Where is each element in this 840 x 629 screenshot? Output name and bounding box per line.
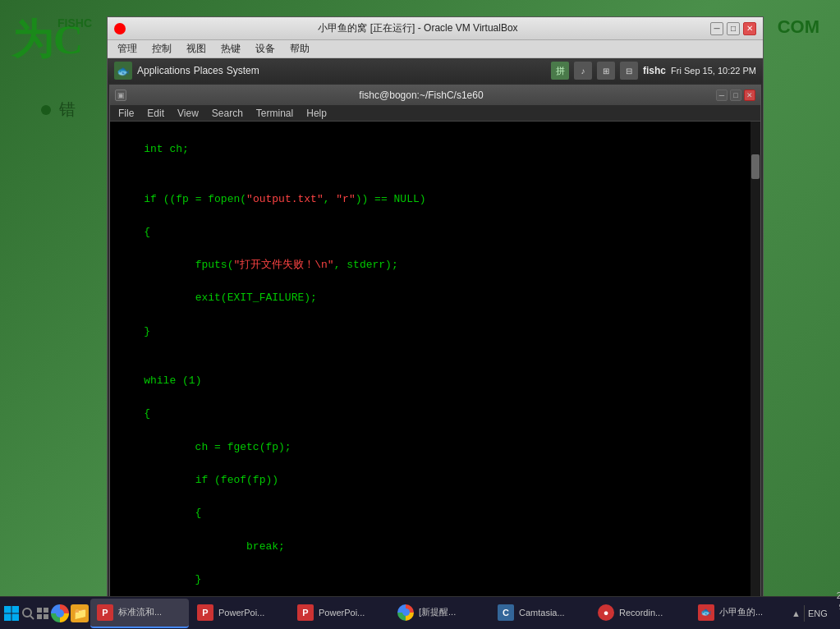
code-line-11: ch = fgetc(fp); bbox=[118, 439, 742, 456]
gnome-applet-icon: 🐟 bbox=[114, 62, 132, 80]
taskbar-time: 22:22 bbox=[834, 590, 840, 601]
svg-rect-0 bbox=[4, 606, 11, 613]
terminal-controls-right: ─ □ ✕ bbox=[716, 90, 755, 101]
terminal-minimize-btn[interactable]: ─ bbox=[716, 90, 728, 101]
code-area: int ch; if ((fp = fopen("output.txt", "r… bbox=[110, 122, 760, 629]
taskbar-app-icon-7: 🐟 bbox=[698, 604, 714, 621]
svg-rect-8 bbox=[37, 614, 42, 619]
gnome-datetime: Fri Sep 15, 10:22 PM bbox=[671, 66, 756, 76]
taskbar-app-4[interactable]: [新提醒... bbox=[391, 599, 489, 628]
terminal-icon-btn: ▣ bbox=[115, 90, 126, 101]
taskbar-tray-icons: ▲ ENG bbox=[792, 605, 828, 622]
taskbar-taskview-icon[interactable] bbox=[36, 599, 49, 628]
terminal-maximize-btn[interactable]: □ bbox=[730, 90, 741, 101]
taskbar-app-label-2: PowerPoi... bbox=[218, 608, 264, 618]
logo-fishc-text: FISHC bbox=[57, 16, 92, 30]
taskbar-chrome-icon[interactable] bbox=[51, 599, 69, 628]
gnome-apps-applications[interactable]: Applications bbox=[137, 65, 190, 76]
vbox-menu-help[interactable]: 帮助 bbox=[283, 40, 316, 57]
taskbar-separator bbox=[804, 605, 805, 622]
code-line-15: } bbox=[118, 572, 742, 588]
vbox-menu-hotkey[interactable]: 热键 bbox=[214, 40, 247, 57]
virtualbox-window: 小甲鱼的窝 [正在运行] - Oracle VM VirtualBox ─ □ … bbox=[107, 16, 764, 629]
terminal-menubar: File Edit View Search Terminal Help bbox=[110, 105, 760, 122]
windows-taskbar: 📁 P 标准流和... P PowerPoi... P PowerPoi... … bbox=[0, 596, 840, 629]
taskbar-lang-indicator[interactable]: ENG bbox=[808, 608, 828, 618]
taskbar-app-1[interactable]: P 标准流和... bbox=[90, 599, 189, 628]
terminal-menu-file[interactable]: File bbox=[113, 108, 139, 119]
terminal-window: ▣ fishc@bogon:~/FishC/s1e60 ─ □ ✕ File E… bbox=[109, 85, 761, 629]
gnome-spell-icon: 拼 bbox=[551, 62, 569, 80]
gnome-apps-places[interactable]: Places bbox=[194, 65, 223, 76]
taskbar-app-icon-6: ● bbox=[598, 604, 614, 621]
taskbar-app-icon-3: P bbox=[297, 604, 314, 621]
taskbar-system-tray: ▲ ENG 22:22 9/15, 星期五 bbox=[792, 590, 840, 629]
gnome-apps-system[interactable]: System bbox=[227, 65, 259, 76]
taskbar-explorer-icon[interactable]: 📁 bbox=[71, 599, 89, 628]
gnome-network-icon2: ⊟ bbox=[620, 62, 638, 80]
code-line-4: { bbox=[118, 224, 742, 241]
desktop-bullet-item: 错 bbox=[41, 99, 76, 121]
code-line-12: if (feof(fp)) bbox=[118, 472, 742, 489]
code-line-1: int ch; bbox=[118, 141, 742, 158]
terminal-menu-search[interactable]: Search bbox=[207, 108, 248, 119]
gnome-network-icon1: ⊞ bbox=[597, 62, 615, 80]
terminal-close-btn[interactable]: ✕ bbox=[744, 90, 755, 101]
vbox-titlebar: 小甲鱼的窝 [正在运行] - Oracle VM VirtualBox ─ □ … bbox=[108, 17, 763, 40]
vbox-menu-view[interactable]: 视图 bbox=[180, 40, 213, 57]
terminal-menu-edit[interactable]: Edit bbox=[142, 108, 169, 119]
code-scrollbar[interactable] bbox=[750, 122, 760, 629]
taskbar-date: 9/15, 星期五 bbox=[834, 601, 840, 629]
taskbar-app-chrome-icon bbox=[397, 604, 414, 621]
vbox-menu-devices[interactable]: 设备 bbox=[249, 40, 282, 57]
svg-rect-6 bbox=[37, 608, 42, 613]
vbox-close-button[interactable]: ✕ bbox=[743, 22, 756, 35]
svg-rect-1 bbox=[12, 606, 20, 613]
taskbar-app-label-4: [新提醒... bbox=[419, 606, 456, 618]
vbox-app-icon bbox=[114, 23, 126, 34]
gnome-sound-icon: ♪ bbox=[574, 62, 592, 80]
vbox-maximize-button[interactable]: □ bbox=[727, 22, 740, 35]
svg-line-5 bbox=[30, 616, 34, 619]
code-line-5: fputs("打开文件失败！\n", stderr); bbox=[118, 257, 742, 273]
svg-rect-7 bbox=[44, 608, 48, 613]
svg-rect-3 bbox=[12, 613, 20, 621]
taskbar-app-7[interactable]: 🐟 小甲鱼的... bbox=[691, 599, 790, 628]
desktop-com-text: COM bbox=[778, 16, 819, 38]
svg-rect-9 bbox=[44, 614, 48, 619]
terminal-menu-terminal[interactable]: Terminal bbox=[251, 108, 298, 119]
gnome-bar: 🐟 Applications Places System 拼 ♪ ⊞ ⊟ fis… bbox=[108, 58, 763, 83]
taskbar-app-label-6: Recordin... bbox=[619, 608, 663, 618]
svg-rect-2 bbox=[4, 613, 11, 621]
terminal-title-text: fishc@bogon:~/FishC/s1e60 bbox=[126, 90, 716, 101]
taskbar-app-3[interactable]: P PowerPoi... bbox=[291, 599, 389, 628]
vbox-menu-manage[interactable]: 管理 bbox=[111, 40, 144, 57]
code-content[interactable]: int ch; if ((fp = fopen("output.txt", "r… bbox=[110, 122, 750, 629]
taskbar-clock[interactable]: 22:22 9/15, 星期五 bbox=[834, 590, 840, 629]
code-line-6: exit(EXIT_FAILURE); bbox=[118, 290, 742, 306]
taskbar-app-2[interactable]: P PowerPoi... bbox=[190, 599, 289, 628]
vbox-menu-control[interactable]: 控制 bbox=[145, 40, 178, 57]
terminal-menu-view[interactable]: View bbox=[172, 108, 204, 119]
code-line-10: { bbox=[118, 406, 742, 422]
scrollbar-thumb[interactable] bbox=[751, 154, 760, 179]
bullet-text: 错 bbox=[59, 99, 76, 121]
code-line-7: } bbox=[118, 324, 742, 340]
terminal-window-controls: ▣ bbox=[115, 90, 126, 101]
taskview-icon bbox=[36, 607, 49, 620]
start-button[interactable] bbox=[3, 599, 20, 628]
gnome-apps-menu: Applications Places System bbox=[137, 65, 259, 76]
vbox-minimize-button[interactable]: ─ bbox=[710, 22, 723, 35]
terminal-menu-help[interactable]: Help bbox=[301, 108, 332, 119]
taskbar-app-icon-5: C bbox=[498, 604, 514, 621]
taskbar-app-icon-1: P bbox=[97, 604, 113, 621]
svg-point-4 bbox=[23, 608, 31, 617]
taskbar-app-5[interactable]: C Camtasia... bbox=[491, 599, 590, 628]
desktop-logo: 为C FISHC bbox=[12, 12, 94, 62]
taskbar-search-icon[interactable] bbox=[21, 599, 34, 628]
taskbar-app-6[interactable]: ● Recordin... bbox=[591, 599, 690, 628]
taskbar-app-label-3: PowerPoi... bbox=[319, 608, 365, 618]
taskbar-tray-arrow[interactable]: ▲ bbox=[792, 608, 801, 618]
bullet-dot-icon bbox=[41, 105, 51, 115]
windows-logo-icon bbox=[3, 605, 20, 622]
